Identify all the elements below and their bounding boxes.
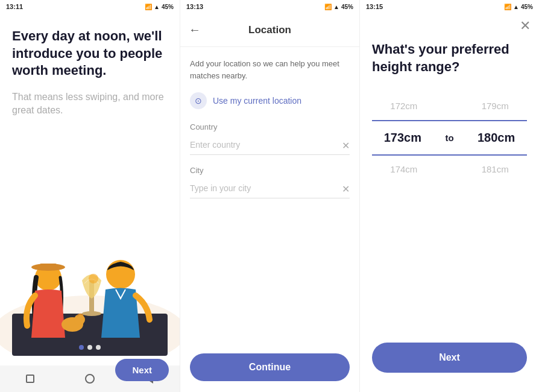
height-left-1: 172cm [386, 101, 422, 111]
circle-icon-3 [85, 374, 95, 384]
time-3: 13:15 [366, 3, 383, 10]
status-icons-3: 📶 ▲ 45% [504, 4, 533, 10]
status-bar-2: 13:13 📶 ▲ 45% [180, 0, 359, 13]
svg-point-3 [82, 311, 101, 316]
back-button[interactable]: ← [189, 23, 201, 37]
illustration-svg [0, 175, 180, 356]
svg-point-8 [89, 274, 98, 283]
height-left-2: 173cm [384, 131, 421, 145]
battery-label-3: 45% [521, 4, 533, 10]
status-bar-1: 13:11 📶 ▲ 45% [0, 0, 180, 13]
wifi-icon: ▲ [154, 4, 160, 10]
panel-location: 13:13 📶 ▲ 45% ← Location Add your locati… [180, 0, 359, 392]
height-to-2: to [445, 133, 453, 143]
close-area: ✕ [360, 13, 539, 34]
height-row-2[interactable]: 173cm to 180cm [372, 120, 527, 156]
continue-button[interactable]: Continue [190, 353, 350, 381]
battery-label-2: 45% [341, 4, 353, 10]
city-field-wrap: ✕ [190, 179, 350, 198]
location-description: Add your location so we can help you mee… [190, 58, 350, 81]
dot-3 [96, 345, 101, 350]
time-1: 13:11 [6, 3, 23, 10]
close-button[interactable]: ✕ [520, 18, 531, 34]
country-input[interactable] [190, 135, 350, 155]
onboarding-content: Every day at noon, we'll introduce you t… [0, 13, 180, 118]
next-button-3[interactable]: Next [372, 343, 527, 373]
status-icons-2: 📶 ▲ 45% [324, 4, 353, 10]
panel-height: 13:15 📶 ▲ 45% ✕ What's your preferred he… [359, 0, 539, 392]
height-right-2: 180cm [478, 131, 515, 145]
height-row-1[interactable]: 172cm 179cm [372, 92, 527, 120]
wifi-icon-3: ▲ [513, 4, 519, 10]
status-bar-3: 13:15 📶 ▲ 45% [360, 0, 539, 13]
location-dot-icon: ⊙ [190, 92, 207, 109]
city-label: City [190, 166, 350, 175]
location-title: Location [248, 24, 291, 36]
time-2: 13:13 [186, 3, 203, 10]
battery-label-1: 45% [162, 4, 174, 10]
location-header: ← Location [180, 13, 359, 47]
country-label: Country [190, 122, 350, 131]
nav-square-3[interactable] [24, 372, 37, 385]
illustration [0, 163, 180, 356]
pagination-dots [79, 345, 101, 350]
next-button-1[interactable]: Next [115, 359, 169, 381]
height-body: What's your preferred height range? 172c… [360, 34, 539, 392]
svg-rect-6 [39, 264, 58, 270]
use-current-location-button[interactable]: ⊙ Use my current location [190, 92, 350, 109]
country-clear-button[interactable]: ✕ [342, 139, 350, 151]
height-left-3: 174cm [386, 164, 422, 174]
height-right-3: 181cm [477, 164, 513, 174]
status-icons-1: 📶 ▲ 45% [145, 4, 174, 10]
signal-icon-3: 📶 [504, 4, 511, 10]
dot-2 [87, 345, 92, 350]
wifi-icon-2: ▲ [333, 4, 339, 10]
onboarding-title: Every day at noon, we'll introduce you t… [12, 28, 168, 80]
dot-1 [79, 345, 84, 350]
nav-home-3[interactable] [83, 372, 96, 385]
height-picker[interactable]: 172cm 179cm 173cm to 180cm 174cm 181cm [372, 92, 527, 335]
height-right-1: 179cm [477, 101, 513, 111]
location-body: Add your location so we can help you mee… [180, 47, 359, 392]
svg-point-10 [74, 314, 85, 325]
use-location-label: Use my current location [213, 96, 301, 106]
country-field-wrap: ✕ [190, 135, 350, 155]
height-heading: What's your preferred height range? [372, 41, 527, 75]
signal-icon-2: 📶 [324, 4, 332, 10]
onboarding-subtitle: That means less swiping, and more great … [12, 90, 168, 118]
city-clear-button[interactable]: ✕ [342, 183, 350, 194]
height-row-3[interactable]: 174cm 181cm [372, 156, 527, 183]
panel-onboarding: 13:11 📶 ▲ 45% Every day at noon, we'll i… [0, 0, 180, 392]
signal-icon: 📶 [145, 4, 152, 10]
square-icon-3 [26, 375, 34, 383]
city-input[interactable] [190, 179, 350, 198]
